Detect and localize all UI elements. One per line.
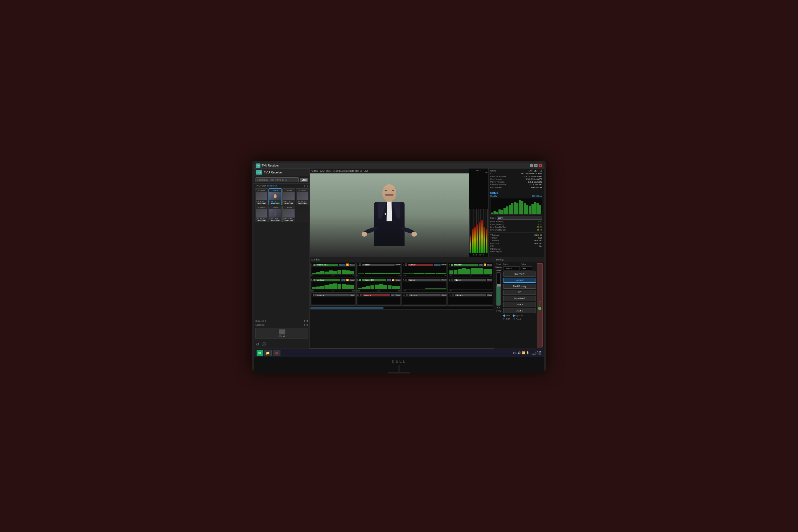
mc-reset-button[interactable]: Reset xyxy=(441,264,446,265)
fastmoving-button[interactable]: FastMoving xyxy=(503,284,536,289)
mc-num: 10. xyxy=(357,294,360,296)
mc-reset-button[interactable]: Reset xyxy=(395,294,401,296)
monitor-bottom-row: Monitor 1. vodafone ES UMTS 📶 xyxy=(310,257,544,348)
sg-bar xyxy=(316,286,320,289)
mc-checkbox[interactable] xyxy=(451,279,453,281)
line-quality-1-value: 65 % xyxy=(537,229,542,231)
monitor-frame: TVU TVU Receiver — □ ✕ TVU TVU Receiver xyxy=(252,161,546,371)
peer-card-alice[interactable]: Offline ALICE_LIVE_ MSG IFB xyxy=(255,188,268,205)
fixed-option[interactable]: Fixed xyxy=(513,318,521,320)
peer-card-lav-occ-01[interactable]: Online LAV_OCC_01 MSG IFB xyxy=(268,188,282,205)
mc-checkbox[interactable] xyxy=(451,264,453,266)
external-row: External + 0 / 0 xyxy=(254,319,309,323)
bitrate-slider[interactable] xyxy=(496,272,501,306)
normal-button[interactable]: Normal xyxy=(503,278,536,283)
mc-checkbox[interactable] xyxy=(405,279,407,281)
fixed-radio[interactable] xyxy=(513,318,515,320)
search-row: Stop xyxy=(254,176,309,184)
sg-bar xyxy=(392,286,396,289)
peer-card-lav-prod-2[interactable]: Offline LAV_PROD_2 MSG IFB xyxy=(282,206,296,222)
signal-graph xyxy=(311,282,355,290)
quality-header: Quality 3630 kbps xyxy=(490,195,542,197)
mc-reset-button[interactable]: Reset xyxy=(395,264,401,265)
bitrate-input[interactable] xyxy=(503,266,520,270)
sg-bar xyxy=(475,268,479,274)
mc-checkbox[interactable] xyxy=(314,279,316,281)
peer-card-lav-occ-05[interactable]: Offline LAV_OCC_05 MSG IFB xyxy=(296,188,309,205)
interview-button[interactable]: Interview xyxy=(503,271,536,277)
mc-reset-button[interactable]: Reset xyxy=(487,294,492,296)
add-external-button[interactable]: + xyxy=(265,320,266,323)
signal-graph xyxy=(311,266,355,274)
right-panel: Name LAV_SER_18 ID 010707F993D5D682 Prod… xyxy=(488,169,544,257)
bitrate-value-mid: 4000 xyxy=(496,269,501,271)
mc-stats: 100 200 400 xyxy=(311,290,355,292)
mc-checkbox[interactable] xyxy=(359,264,361,266)
mc-reset-button[interactable]: Reset xyxy=(395,279,401,281)
ifb-signal-label: IFB Signal xyxy=(490,248,500,250)
mc-reset-button[interactable]: Reset xyxy=(441,294,446,296)
mc-checkbox[interactable] xyxy=(360,294,362,296)
peer-card-lav-occ-07[interactable]: Offline LAV_OCC_07 MSG IFB xyxy=(255,206,268,222)
sd-button[interactable]: SD xyxy=(503,290,536,295)
encoder-value: 3.2.1.3build0 xyxy=(529,184,542,186)
taskbar-explorer-button[interactable]: 📁 xyxy=(264,350,271,356)
maximize-button[interactable]: □ xyxy=(534,164,537,167)
q-bar xyxy=(536,203,539,214)
mc-checkbox[interactable] xyxy=(314,264,316,266)
dynamic-option[interactable]: Dynamic xyxy=(513,314,524,317)
info-icon[interactable]: ⓘ xyxy=(262,342,266,347)
stop-button[interactable]: Stop xyxy=(300,178,308,182)
mc-checkbox[interactable] xyxy=(314,294,316,296)
vbr-radio[interactable] xyxy=(503,315,506,317)
mc-header: 7. <Name> Reset xyxy=(403,279,446,281)
start-button[interactable]: ⊞ xyxy=(256,350,263,356)
tag-ifb: IFB xyxy=(289,220,293,222)
mc-reset-button[interactable]: Reset xyxy=(349,279,355,281)
sdi-card[interactable]: SDI #2 xyxy=(255,328,308,339)
peer-thumb xyxy=(256,209,267,217)
mc-checkbox[interactable] xyxy=(359,279,361,281)
close-button[interactable]: ✕ xyxy=(539,164,542,167)
cbr-radio[interactable] xyxy=(503,318,506,320)
mc-checkbox[interactable] xyxy=(406,294,408,296)
sg-bar xyxy=(372,273,379,274)
tag-ifb: IFB xyxy=(276,203,280,204)
mc-checkbox[interactable] xyxy=(452,294,454,296)
mc-reset-button[interactable]: Reset xyxy=(349,294,355,296)
video-frame xyxy=(310,173,469,257)
local-sdi-row: Local SDI 0 / 1 xyxy=(254,323,309,327)
sg-bar xyxy=(414,273,425,274)
name-label: Name xyxy=(490,170,496,172)
meter-bar-7 xyxy=(483,209,485,253)
dynamic-radio[interactable] xyxy=(513,315,515,317)
monitor-stand: DELL xyxy=(254,357,544,374)
locate-all-link[interactable]: Locate all xyxy=(267,185,277,187)
minimize-button[interactable]: — xyxy=(530,164,533,167)
local-sdi-label: Local SDI xyxy=(255,324,265,326)
peer-name: LAV_PARIS_1 xyxy=(269,218,281,220)
settings-icon[interactable]: ⚙ xyxy=(256,342,260,347)
mc-reset-button[interactable]: Reset xyxy=(349,264,355,266)
mc-checkbox[interactable] xyxy=(405,264,407,266)
sg-bar xyxy=(350,271,354,274)
taskbar-chrome-button[interactable]: ⊕ xyxy=(273,350,280,356)
delay-input[interactable] xyxy=(521,266,532,270)
battery-label: T Battery xyxy=(490,234,499,236)
signal-graph xyxy=(357,266,401,274)
mc-reset-button[interactable]: Reset xyxy=(441,279,446,281)
cbr-option[interactable]: CBR xyxy=(503,318,511,320)
info-row-rec: Rec remain 10d 546:58 xyxy=(490,186,542,189)
user2-button[interactable]: User 2 xyxy=(503,308,536,313)
peer-card-lav-paris-1[interactable]: Online 📷 LAV_PARIS_1 MSG IFB xyxy=(268,206,282,222)
scale-input[interactable] xyxy=(497,216,542,220)
mc-reset-button[interactable]: Reset xyxy=(487,279,492,281)
mc-reset-button[interactable]: Reset xyxy=(487,264,492,266)
user1-button[interactable]: User 1 xyxy=(503,302,536,307)
record-button[interactable]: Rec xyxy=(537,263,543,347)
tapefeed-button[interactable]: TapeFeed xyxy=(503,296,536,301)
slider-thumb[interactable] xyxy=(497,284,501,286)
search-input[interactable] xyxy=(255,177,299,182)
peer-card-lav-occ-03[interactable]: Offline LAV_OCC_03 MSG IFB xyxy=(282,188,296,205)
vbr-option[interactable]: VBR xyxy=(503,314,510,317)
